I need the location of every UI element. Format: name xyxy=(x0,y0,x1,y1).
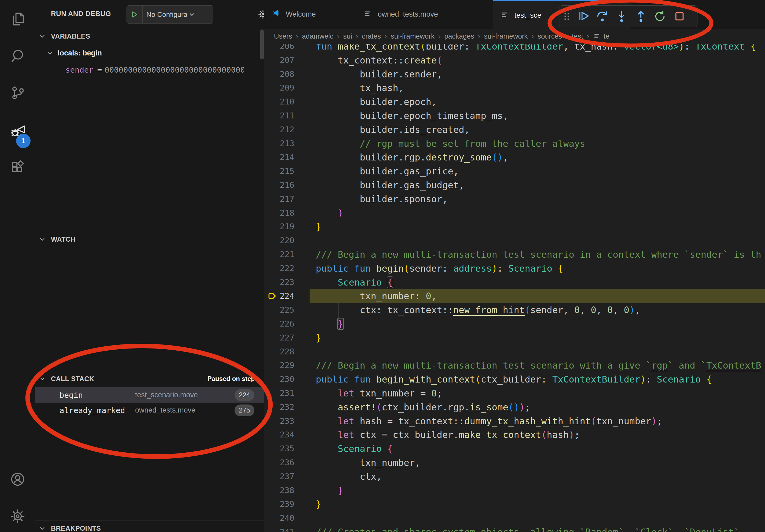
debug-stop-button[interactable] xyxy=(670,8,689,25)
code-line-235[interactable]: 235 Scenario { xyxy=(264,442,765,456)
debug-drag-handle-button[interactable] xyxy=(561,8,573,25)
activity-bar-extensions[interactable] xyxy=(0,154,35,181)
breadcrumb-file[interactable]: te xyxy=(604,32,609,40)
code-line-211[interactable]: 211 builder.epoch_timestamp_ms, xyxy=(264,109,765,123)
chevron-down-icon xyxy=(39,524,46,532)
breadcrumb-item[interactable]: adamwelc xyxy=(302,32,334,40)
call-stack-frame[interactable]: already_markedowned_tests.move275 xyxy=(35,402,264,418)
code-line-225[interactable]: 225 ctx: tx_context::new_from_hint(sende… xyxy=(264,303,765,317)
code-text: } xyxy=(316,220,322,234)
code-line-217[interactable]: 217 builder.sponsor, xyxy=(264,192,765,206)
account-icon xyxy=(9,471,26,487)
line-number: 236 xyxy=(264,456,294,470)
chevron-down-icon xyxy=(46,50,53,57)
line-number: 209 xyxy=(264,81,294,95)
code-line-210[interactable]: 210 builder.epoch, xyxy=(264,95,765,109)
code-line-219[interactable]: 219} xyxy=(264,220,765,234)
code-text: builder.epoch, xyxy=(316,95,437,109)
code-line-224[interactable]: 224 txn_number: 0, xyxy=(264,289,765,303)
code-line-223[interactable]: 223 Scenario { xyxy=(264,275,765,289)
code-line-208[interactable]: 208 builder.sender, xyxy=(264,67,765,81)
code-line-206[interactable]: 206fun make_tx_context(builder: TxContex… xyxy=(264,44,765,53)
activity-bar-source-control[interactable] xyxy=(0,80,35,106)
breadcrumb-separator-icon: › xyxy=(566,32,568,40)
breadcrumb-item[interactable]: sui xyxy=(343,32,352,40)
breadcrumb-separator-icon: › xyxy=(478,32,480,40)
code-line-222[interactable]: 222public fun begin(sender: address): Sc… xyxy=(264,261,765,275)
code-line-238[interactable]: 238 } xyxy=(264,483,765,497)
tab-owned-tests-move[interactable]: owned_tests.move xyxy=(356,0,493,29)
code-line-241[interactable]: 241/// Creates and shares system objects… xyxy=(264,525,765,532)
frame-file: owned_tests.move xyxy=(135,406,195,414)
activity-bar-search[interactable] xyxy=(0,42,35,69)
code-line-228[interactable]: 228 xyxy=(264,345,765,359)
code-text: Scenario { xyxy=(316,275,393,289)
variables-section-header[interactable]: VARIABLES xyxy=(35,29,264,43)
breadcrumb-item[interactable]: Users xyxy=(274,32,292,40)
debug-step-out-button[interactable] xyxy=(631,8,650,25)
call-stack-frame[interactable]: begintest_scenario.move224 xyxy=(35,387,264,402)
code-text: ctx: tx_context::new_from_hint(sender, 0… xyxy=(316,303,640,317)
debug-step-over-button[interactable] xyxy=(593,8,612,25)
activity-bar-settings[interactable] xyxy=(0,503,35,530)
debug-step-into-button[interactable] xyxy=(612,8,631,25)
code-line-215[interactable]: 215 builder.gas_price, xyxy=(264,164,765,178)
code-line-221[interactable]: 221/// Begin a new multi-transaction tes… xyxy=(264,247,765,261)
code-text: builder.rgp.destroy_some(), xyxy=(316,150,508,164)
code-line-209[interactable]: 209 tx_hash, xyxy=(264,81,765,95)
move-file-icon xyxy=(364,10,374,19)
line-number: 225 xyxy=(264,303,294,317)
line-number: 226 xyxy=(264,317,294,331)
code-line-240[interactable]: 240 xyxy=(264,511,765,525)
code-line-233[interactable]: 233 let hash = tx_context::dummy_tx_hash… xyxy=(264,414,765,428)
line-number: 233 xyxy=(264,414,294,428)
code-line-232[interactable]: 232 assert!(ctx_builder.rgp.is_some()); xyxy=(264,400,765,414)
code-line-213[interactable]: 213 // rgp must be set from the caller a… xyxy=(264,136,765,150)
code-line-234[interactable]: 234 let ctx = ctx_builder.make_tx_contex… xyxy=(264,428,765,442)
move-file-icon xyxy=(500,11,510,20)
frame-line-badge: 275 xyxy=(235,404,254,416)
code-line-212[interactable]: 212 builder.ids_created, xyxy=(264,123,765,136)
code-line-239[interactable]: 239} xyxy=(264,497,765,511)
line-number: 217 xyxy=(264,192,294,206)
breadcrumb-item[interactable]: sui-framework xyxy=(484,32,528,40)
variables-scope-row[interactable]: locals: begin xyxy=(35,46,264,61)
code-line-207[interactable]: 207 tx_context::create( xyxy=(264,53,765,67)
debug-session-count-badge: 1 xyxy=(16,134,31,148)
tab-welcome[interactable]: Welcome xyxy=(264,0,357,29)
breakpoints-section-header[interactable]: BREAKPOINTS xyxy=(35,521,264,532)
activity-bar-explorer[interactable] xyxy=(0,6,35,32)
code-line-226[interactable]: 226 } xyxy=(264,317,765,331)
breadcrumb-item[interactable]: crates xyxy=(362,32,381,40)
code-line-229[interactable]: 229/// Begin a new multi-transaction tes… xyxy=(264,359,765,372)
debug-restart-button[interactable] xyxy=(650,8,670,25)
code-line-216[interactable]: 216 builder.gas_budget, xyxy=(264,178,765,192)
watch-section-header[interactable]: WATCH xyxy=(35,232,264,246)
code-text: assert!(ctx_builder.rgp.is_some()); xyxy=(316,400,530,414)
code-text: tx_context::create( xyxy=(316,53,442,67)
breadcrumb-item[interactable]: packages xyxy=(444,32,474,40)
code-line-237[interactable]: 237 ctx, xyxy=(264,470,765,483)
activity-bar-account[interactable] xyxy=(0,466,35,493)
breadcrumb-item[interactable]: sources xyxy=(538,32,562,40)
variable-row[interactable]: sender=0000000000000000000000000000000… xyxy=(35,62,264,78)
debug-continue-button[interactable] xyxy=(573,8,593,25)
code-line-227[interactable]: 227} xyxy=(264,331,765,345)
line-number: 206 xyxy=(264,44,294,53)
call-stack-section-header[interactable]: CALL STACK Paused on step xyxy=(35,372,264,386)
sidebar-title: RUN AND DEBUG xyxy=(51,10,111,18)
sidebar-scrollbar[interactable] xyxy=(260,30,264,60)
code-line-214[interactable]: 214 builder.rgp.destroy_some(), xyxy=(264,150,765,164)
code-text: let ctx = ctx_builder.make_tx_context(ha… xyxy=(316,428,580,442)
code-line-231[interactable]: 231 let txn_number = 0; xyxy=(264,386,765,400)
code-editor[interactable]: 206fun make_tx_context(builder: TxContex… xyxy=(264,44,765,532)
code-line-230[interactable]: 230public fun begin_with_context(ctx_bui… xyxy=(264,372,765,386)
code-line-220[interactable]: 220 xyxy=(264,234,765,247)
activity-bar-run-and-debug[interactable]: 1 xyxy=(0,117,35,144)
code-line-236[interactable]: 236 txn_number, xyxy=(264,456,765,470)
breadcrumb-item[interactable]: test xyxy=(572,32,583,40)
start-debug-button[interactable] xyxy=(127,6,143,23)
breadcrumb-item[interactable]: sui-framework xyxy=(391,32,434,40)
launch-configuration-dropdown[interactable]: No Configura xyxy=(127,5,213,24)
code-line-218[interactable]: 218 ) xyxy=(264,206,765,220)
